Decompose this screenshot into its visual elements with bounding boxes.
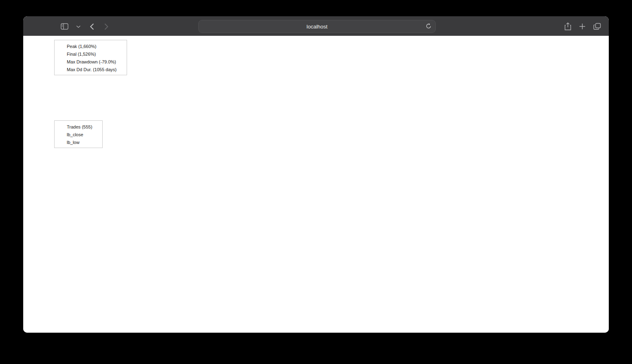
legend-label: Trades (555)	[67, 124, 92, 129]
safari-window: localhost	[23, 16, 609, 333]
legend-item-lb-low: lb_low	[58, 138, 99, 146]
sidebar-icon[interactable]	[60, 22, 69, 31]
backtest-chart[interactable]	[23, 36, 609, 333]
legend-item-peak: Peak (1,660%)	[58, 42, 123, 50]
legend-label: Final (1,526%)	[67, 52, 96, 57]
legend-label: lb_low	[67, 140, 79, 145]
legend-item-trades: Trades (555)	[58, 123, 99, 131]
chevron-down-icon[interactable]	[74, 22, 83, 31]
legend-item-max-drawdown: Max Drawdown (-79.0%)	[58, 58, 123, 65]
legend-item-final: Final (1,526%)	[58, 50, 123, 58]
peak-dot-swatch	[58, 44, 64, 48]
close-button[interactable]	[31, 23, 37, 28]
legend-item-lb-close: lb_close	[58, 131, 99, 138]
address-bar-url: localhost	[307, 24, 327, 30]
legend-label: Peak (1,660%)	[67, 44, 97, 49]
max-dd-duration-line-swatch	[58, 69, 64, 70]
page-content: Peak (1,660%) Final (1,526%) Max Drawdow…	[23, 36, 609, 333]
back-button[interactable]	[88, 22, 97, 31]
share-icon[interactable]	[563, 22, 572, 31]
legend-label: lb_close	[67, 132, 83, 137]
zoom-button[interactable]	[48, 23, 53, 28]
equity-legend: Peak (1,660%) Final (1,526%) Max Drawdow…	[54, 40, 127, 75]
minimize-button[interactable]	[40, 23, 45, 28]
trades-legend: Trades (555) lb_close lb_low	[54, 120, 103, 148]
final-dot-swatch	[58, 52, 64, 56]
legend-label: Max Dd Dur. (1055 days)	[67, 67, 116, 72]
tab-overview-icon[interactable]	[592, 22, 601, 31]
lb-close-line-swatch	[58, 134, 64, 135]
legend-item-max-dd-duration: Max Dd Dur. (1055 days)	[58, 65, 123, 73]
new-tab-icon[interactable]	[578, 22, 587, 31]
address-bar[interactable]: localhost	[198, 20, 436, 33]
reload-icon[interactable]	[426, 23, 432, 31]
max-drawdown-dot-swatch	[58, 60, 64, 63]
lb-low-line-swatch	[58, 142, 64, 143]
forward-button[interactable]	[102, 22, 111, 31]
trades-dash-swatch	[58, 125, 64, 129]
browser-titlebar: localhost	[23, 16, 609, 36]
legend-label: Max Drawdown (-79.0%)	[67, 59, 116, 64]
